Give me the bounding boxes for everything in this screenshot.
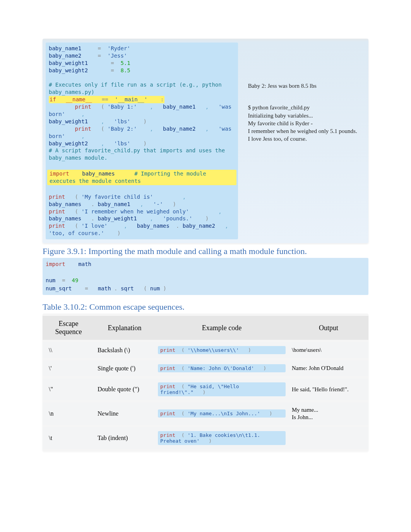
mod: baby_names	[137, 223, 170, 229]
dot: .	[114, 285, 117, 292]
paren: (	[75, 208, 78, 215]
comment: # A script favorite_child.py that import…	[49, 147, 235, 162]
fn: print	[49, 194, 65, 200]
output-cell: Name: John O'Donald	[289, 360, 368, 376]
explanation: Single quote (')	[94, 360, 155, 376]
dot: .	[91, 201, 94, 207]
mod: math	[98, 285, 111, 292]
str: 'lbs'	[114, 118, 130, 124]
attr: baby_name1	[98, 201, 130, 207]
comma: ,	[150, 215, 153, 222]
fn: print	[49, 208, 65, 215]
mod: baby_names	[49, 215, 81, 222]
comma: ,	[81, 133, 84, 139]
output-cell: He said, "Hello friend!".	[289, 379, 368, 400]
comma: ,	[140, 201, 143, 207]
kw: import	[46, 261, 65, 267]
paren: )	[143, 118, 146, 124]
escape-seq: \t	[43, 427, 94, 449]
kw: import	[50, 171, 69, 177]
var: num	[46, 277, 55, 283]
col-output: Output	[289, 316, 368, 340]
paren: (	[75, 194, 78, 200]
output-line: My favorite child is Ryder -	[248, 119, 363, 127]
str: 'Baby 1:'	[108, 104, 137, 110]
arg: num	[150, 285, 160, 292]
str: '-'	[153, 201, 163, 207]
colon: :	[161, 96, 164, 102]
comma: ,	[206, 126, 209, 132]
mod: baby_names	[82, 171, 115, 177]
num: 49	[72, 277, 78, 283]
str: 'Jess'	[108, 53, 127, 59]
str: '__main__'	[115, 96, 147, 102]
op: =	[62, 277, 65, 283]
code-panel: baby_name1 = 'Ryder' baby_name2 = 'Jess'…	[46, 43, 238, 239]
comma: ,	[183, 194, 186, 200]
op: =	[85, 285, 88, 292]
comma: ,	[150, 126, 153, 132]
escape-seq: \n	[43, 402, 94, 425]
comma: ,	[101, 140, 104, 147]
table-caption: Table 3.10.2: Common escape sequences.	[43, 302, 368, 312]
var: baby_weight1	[49, 118, 88, 124]
table-row: \nNewlineprint ( 'My name...\nIs John...…	[43, 402, 368, 425]
explanation: Tab (indent)	[94, 427, 155, 449]
output-cell: \home\users\	[289, 342, 368, 358]
str: 'pounds.'	[163, 215, 192, 222]
str: 'I remember when he weighed only'	[81, 208, 189, 215]
output-line: I remember when he weighed only 5.1 poun…	[248, 127, 363, 135]
paren: (	[101, 126, 104, 132]
var: baby_weight1	[49, 60, 88, 66]
var: baby_weight2	[49, 67, 88, 73]
table-row: \tTab (indent)print ( '1. Bake cookies\n…	[43, 427, 368, 449]
example-code: print ( "He said, \"Hello friend!\"." )	[155, 379, 289, 400]
op: =	[111, 67, 114, 73]
str: 'too, of course.'	[49, 230, 104, 236]
var: baby_name2	[163, 126, 195, 132]
escape-seq: \'	[43, 360, 94, 376]
paren: (	[75, 223, 78, 229]
paren: )	[206, 215, 209, 222]
paren: (	[144, 285, 147, 292]
comma: ,	[225, 223, 228, 229]
op: =	[98, 45, 101, 51]
output-line: I love Jess too, of course.	[248, 135, 363, 143]
fn: print	[75, 104, 91, 110]
str: 'Ryder'	[108, 45, 130, 51]
col-explanation: Explanation	[94, 316, 155, 340]
highlighted-block: import baby_names # Importing the module…	[47, 170, 236, 185]
str: 'lbs'	[114, 140, 130, 147]
highlighted-line: if __name__ == '__main__' :	[49, 96, 164, 103]
kw: if	[50, 96, 56, 102]
comment: # Executes only if file run as a script …	[49, 81, 235, 96]
escape-table: Escape Sequence Explanation Example code…	[43, 314, 368, 451]
module-example-box: baby_name1 = 'Ryder' baby_name2 = 'Jess'…	[43, 39, 368, 243]
op: =	[98, 53, 101, 59]
explanation: Backslash (\)	[94, 342, 155, 358]
str: 'My favorite child is'	[81, 194, 153, 200]
comma: ,	[206, 104, 209, 110]
document-page: baby_name1 = 'Ryder' baby_name2 = 'Jess'…	[0, 0, 411, 474]
str: 'Baby 2:'	[108, 126, 137, 132]
str: 'I love'	[81, 223, 107, 229]
var: baby_weight2	[49, 140, 88, 147]
paren: )	[163, 285, 166, 292]
example-code: print ( 'Name: John O\'Donald' )	[155, 360, 289, 376]
explanation: Newline	[94, 402, 155, 425]
comma: ,	[218, 208, 221, 215]
attr: baby_name2	[183, 223, 215, 229]
table-row: \\Backslash (\)print ( '\\home\\users\\'…	[43, 342, 368, 358]
figure-caption: Figure 3.9.1: Importing the math module …	[43, 246, 368, 256]
col-escape: Escape Sequence	[43, 316, 94, 340]
table-row: \'Single quote (')print ( 'Name: John O\…	[43, 360, 368, 376]
math-code-box: import math num = 49 num_sqrt = math . s…	[43, 258, 368, 295]
table-row: \"Double quote (")print ( "He said, \"He…	[43, 379, 368, 400]
dot: .	[176, 223, 179, 229]
output-cell	[289, 427, 368, 449]
op: ==	[102, 96, 108, 102]
paren: )	[143, 140, 146, 147]
comma: ,	[124, 223, 127, 229]
paren: )	[117, 230, 120, 236]
col-example: Example code	[155, 316, 289, 340]
